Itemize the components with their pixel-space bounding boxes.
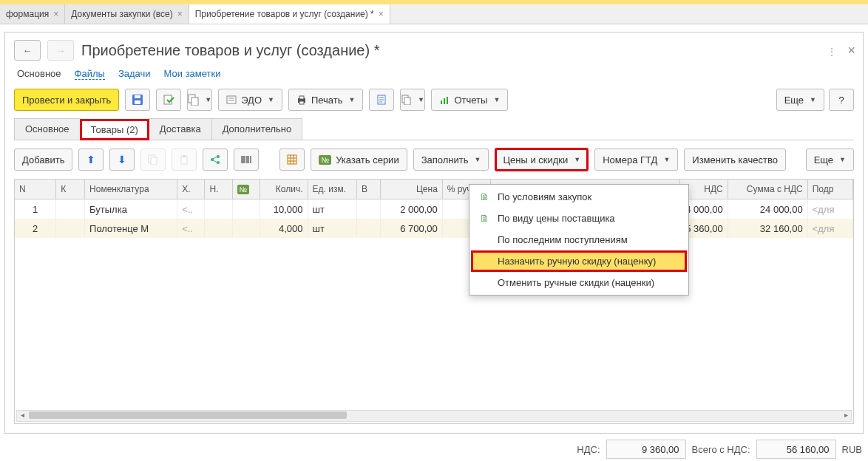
paste-icon (172, 148, 197, 171)
svg-rect-9 (299, 101, 304, 104)
close-icon[interactable]: × (379, 9, 384, 19)
col-price[interactable]: Цена (381, 180, 443, 199)
chevron-down-icon: ▼ (474, 156, 481, 163)
dd-label: По условиям закупок (498, 191, 591, 202)
cell-price: 6 700,00 (381, 219, 443, 238)
col-nomen[interactable]: Номенклатура (85, 180, 177, 199)
dd-label: По виду цены поставщика (498, 213, 615, 224)
app-tab-active[interactable]: Приобретение товаров и услуг (создание) … (189, 4, 390, 24)
post-icon[interactable] (156, 89, 181, 111)
dd-by-supplier-price[interactable]: 🗎 По виду цены поставщика (471, 208, 687, 229)
prices-and-discounts-button[interactable]: Цены и скидки ▼ (495, 148, 589, 171)
cell-ne (233, 219, 260, 238)
cell-ne (233, 199, 260, 219)
col-x[interactable]: Х. (177, 180, 205, 199)
barcode-icon[interactable] (234, 148, 259, 171)
print-button[interactable]: Печать ▼ (288, 89, 364, 111)
close-icon[interactable]: × (177, 9, 183, 19)
dd-label: Назначить ручную скидку (наценку) (498, 256, 656, 267)
chevron-down-icon: ▼ (839, 156, 846, 163)
nav-back-button[interactable]: ← (14, 40, 41, 61)
gtd-button[interactable]: Номера ГТД ▼ (594, 148, 678, 171)
col-unit[interactable]: Ед. изм. (308, 180, 358, 199)
col-h[interactable]: Н. (205, 180, 232, 199)
docs-icon[interactable]: ▼ (400, 89, 425, 111)
subnav-tasks[interactable]: Задачи (118, 68, 151, 80)
quality-button[interactable]: Изменить качество (684, 148, 786, 171)
col-qty[interactable]: Колич. (260, 180, 308, 199)
help-button[interactable]: ? (829, 89, 854, 111)
tab-extra[interactable]: Дополнительно (211, 118, 303, 140)
nds-value: 9 360,00 (606, 440, 686, 459)
table-row[interactable]: 2 Полотенце М <.. 4,000 шт 6 700,00 5 36… (15, 219, 853, 238)
share-icon[interactable] (203, 148, 228, 171)
scroll-left-icon[interactable]: ◂ (17, 411, 27, 420)
series-label: Указать серии (336, 154, 399, 165)
dd-cancel-manual-discounts[interactable]: Отменить ручные скидки (наценки) (471, 272, 687, 293)
dd-by-purchase-terms[interactable]: 🗎 По условиям закупок (471, 186, 687, 208)
panel-close-icon[interactable]: × (847, 43, 855, 58)
col-ne[interactable]: № (233, 180, 260, 199)
app-tab[interactable]: формация × (0, 4, 65, 24)
reports-button[interactable]: Отчеты ▼ (431, 89, 508, 111)
close-icon[interactable]: × (53, 9, 58, 19)
more-label: Еще (814, 154, 833, 165)
svg-rect-19 (183, 155, 186, 157)
subnav-notes[interactable]: Мои заметки (164, 68, 221, 80)
cell-sumnds: 24 000,00 (728, 199, 808, 219)
tab-delivery[interactable]: Доставка (149, 118, 212, 140)
dd-by-last-receipts[interactable]: По последним поступлениям (471, 229, 687, 250)
tab-label: формация (6, 9, 49, 19)
add-button[interactable]: Добавить (14, 148, 72, 171)
scroll-right-icon[interactable]: ▸ (841, 411, 851, 420)
doc-price-icon: 🗎 (478, 191, 490, 202)
total-value: 56 160,00 (756, 440, 836, 459)
subnav-main[interactable]: Основное (17, 68, 61, 80)
table-row[interactable]: 1 Бутылка <.. 10,000 шт 2 000,00 4 000,0… (15, 199, 853, 219)
cell-nomen: Полотенце М (85, 219, 177, 238)
kebab-icon[interactable]: ⋮ (827, 46, 838, 58)
tab-goods[interactable]: Товары (2) (80, 119, 149, 140)
series-button[interactable]: № Указать серии (311, 148, 407, 171)
save-icon[interactable] (125, 89, 150, 111)
scroll-thumb[interactable] (29, 412, 347, 419)
dd-set-manual-discount[interactable]: Назначить ручную скидку (наценку) (471, 250, 687, 272)
fill-button[interactable]: Заполнить ▼ (413, 148, 489, 171)
chevron-down-icon: ▼ (349, 96, 356, 103)
edo-button[interactable]: ЭДО ▼ (218, 89, 282, 111)
post-and-close-button[interactable]: Провести и закрыть (14, 89, 119, 111)
move-up-icon[interactable]: ⬆ (78, 148, 104, 171)
tab-label: Документы закупки (все) (71, 9, 172, 19)
cell-n: 1 (15, 199, 56, 219)
col-podr[interactable]: Подр (808, 180, 853, 199)
subnav: Основное Файлы Задачи Мои заметки (14, 64, 854, 86)
svg-rect-6 (227, 96, 236, 103)
col-n[interactable]: N (15, 180, 56, 199)
more-label: Еще (784, 95, 804, 106)
move-down-icon[interactable]: ⬇ (109, 148, 135, 171)
goods-grid: N К Номенклатура Х. Н. № Колич. Ед. изм.… (14, 179, 854, 424)
subnav-files[interactable]: Файлы (75, 68, 105, 80)
col-k[interactable]: К (56, 180, 85, 199)
col-sumnds[interactable]: Сумма с НДС (728, 180, 808, 199)
app-tab[interactable]: Документы закупки (все) × (65, 4, 189, 24)
horizontal-scrollbar[interactable]: ◂ ▸ (16, 410, 852, 422)
svg-rect-15 (447, 97, 448, 104)
cell-unit: шт (308, 199, 358, 219)
svg-rect-2 (135, 95, 140, 98)
chevron-down-icon: ▼ (663, 156, 670, 163)
create-based-on-icon[interactable]: ▼ (187, 89, 212, 111)
doc-icon[interactable] (369, 89, 394, 111)
col-v[interactable]: В (357, 180, 381, 199)
doc-price-icon: 🗎 (478, 213, 490, 224)
svg-rect-5 (191, 98, 198, 106)
tab-main[interactable]: Основное (14, 118, 81, 140)
totals-footer: НДС: 9 360,00 Всего с НДС: 56 160,00 RUB (0, 434, 868, 459)
grid-icon[interactable] (279, 148, 305, 171)
grid-more-button[interactable]: Еще ▼ (806, 148, 854, 171)
cell-k (56, 219, 85, 238)
cell-qty: 10,000 (260, 199, 308, 219)
chevron-down-icon: ▼ (493, 96, 500, 103)
more-button[interactable]: Еще ▼ (776, 89, 824, 111)
dd-label: По последним поступлениям (498, 234, 628, 245)
